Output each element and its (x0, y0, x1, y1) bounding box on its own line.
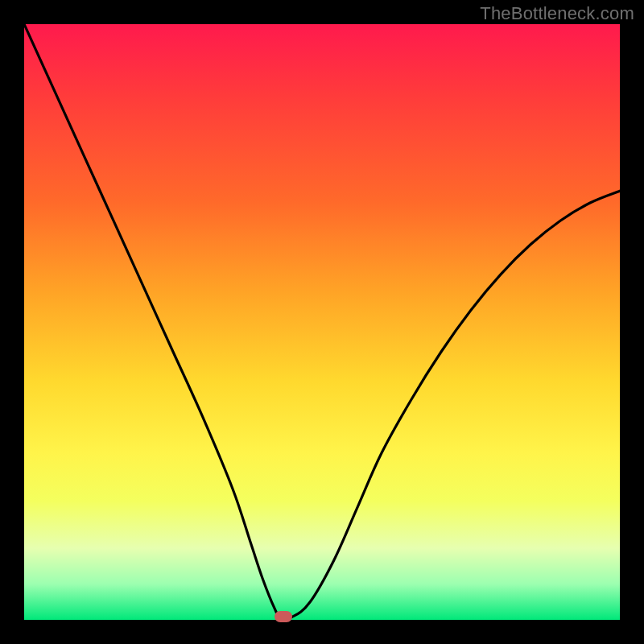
plot-area (24, 24, 620, 620)
chart-frame: TheBottleneck.com (0, 0, 644, 644)
bottleneck-curve (24, 24, 620, 620)
optimum-marker (275, 611, 292, 622)
watermark-text: TheBottleneck.com (480, 3, 634, 24)
